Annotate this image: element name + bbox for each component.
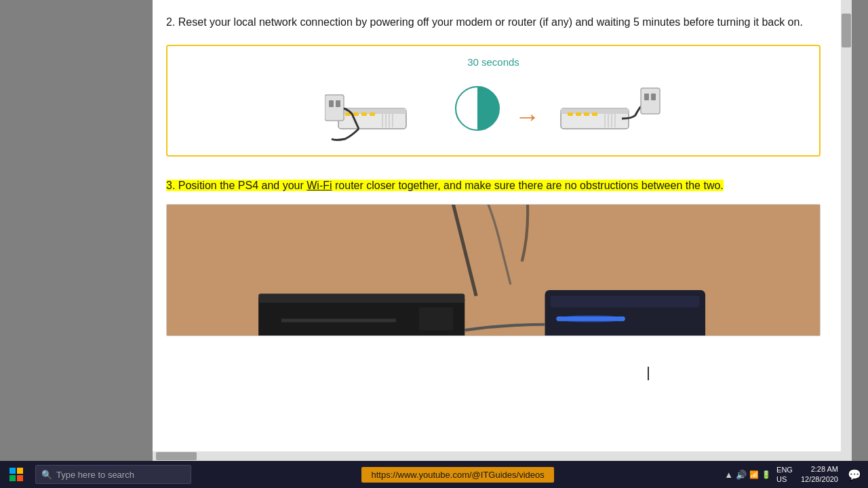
svg-rect-4	[361, 113, 367, 116]
notification-icon[interactable]: 💬	[848, 468, 861, 481]
timer-svg	[454, 85, 501, 132]
svg-rect-35	[551, 296, 700, 308]
h-scrollbar[interactable]	[153, 451, 841, 461]
svg-rect-25	[641, 88, 660, 114]
wifi-word: Wi-Fi	[307, 180, 332, 191]
router-left-svg	[325, 75, 440, 142]
text-cursor	[648, 367, 654, 380]
clock-area: ENGUS	[776, 465, 793, 485]
tray-icons: ▲ 🔊 📶 🔋	[724, 470, 771, 480]
v-scrollbar[interactable]	[841, 0, 852, 461]
search-icon: 🔍	[41, 470, 52, 480]
svg-rect-19	[584, 113, 589, 116]
clock-date: 12/28/2020	[801, 474, 838, 485]
svg-point-37	[556, 315, 625, 322]
battery-icon: 🔋	[762, 470, 771, 479]
svg-rect-26	[644, 94, 649, 100]
svg-rect-11	[329, 100, 334, 107]
url-text: https://www.youtube.com/@ITGuides/videos	[371, 470, 544, 480]
svg-rect-31	[258, 293, 465, 303]
network-icon: ▲	[724, 470, 733, 480]
step3-text: 3. Position the PS4 and your Wi-Fi route…	[166, 177, 821, 195]
taskbar-right: ▲ 🔊 📶 🔋 ENGUS 2:28 AM 12/28/2020 💬	[724, 464, 868, 485]
right-gray	[852, 0, 868, 461]
right-arrow: →	[515, 104, 540, 129]
taskbar-center: https://www.youtube.com/@ITGuides/videos	[191, 467, 724, 483]
diagram-box: 30 seconds	[166, 45, 821, 157]
start-button[interactable]	[0, 461, 33, 488]
diagram-row: →	[178, 75, 809, 145]
timer-label: 30 seconds	[467, 56, 519, 68]
svg-rect-10	[325, 95, 344, 121]
document-content: 2. Reset your local network connection b…	[153, 0, 841, 461]
search-bar[interactable]: 🔍 Type here to search	[35, 465, 191, 484]
speaker-icon: 📶	[749, 470, 759, 479]
svg-rect-3	[353, 113, 359, 116]
svg-rect-39	[17, 468, 23, 474]
timer-circle	[454, 85, 501, 135]
router-right-svg	[554, 75, 663, 142]
svg-rect-27	[651, 94, 656, 100]
step2-text: 2. Reset your local network connection b…	[166, 14, 821, 31]
clock: 2:28 AM 12/28/2020	[801, 464, 838, 485]
svg-rect-32	[281, 319, 396, 322]
taskbar: 🔍 Type here to search https://www.youtub…	[0, 461, 868, 488]
clock-time: 2:28 AM	[811, 464, 838, 474]
svg-rect-20	[592, 113, 597, 116]
lang-region: ENGUS	[776, 465, 793, 485]
router-right-group	[554, 75, 663, 145]
svg-rect-12	[336, 100, 340, 107]
svg-rect-5	[370, 113, 375, 116]
svg-rect-41	[17, 475, 23, 481]
v-scrollbar-thumb[interactable]	[842, 14, 851, 47]
svg-rect-38	[9, 468, 16, 474]
svg-rect-33	[419, 308, 454, 331]
left-sidebar	[0, 0, 153, 461]
step3-highlighted-text: 3. Position the PS4 and your Wi-Fi route…	[166, 180, 724, 191]
router-left-group	[325, 75, 440, 145]
svg-rect-18	[576, 113, 581, 116]
h-scrollbar-thumb[interactable]	[156, 452, 197, 460]
svg-rect-40	[9, 475, 16, 481]
search-placeholder: Type here to search	[56, 470, 134, 480]
photo-svg	[167, 205, 820, 336]
windows-logo-icon	[9, 468, 23, 481]
url-bar[interactable]: https://www.youtube.com/@ITGuides/videos	[361, 467, 553, 483]
svg-rect-17	[568, 113, 573, 116]
photo-box	[166, 204, 821, 336]
volume-icon: 🔊	[736, 470, 747, 480]
